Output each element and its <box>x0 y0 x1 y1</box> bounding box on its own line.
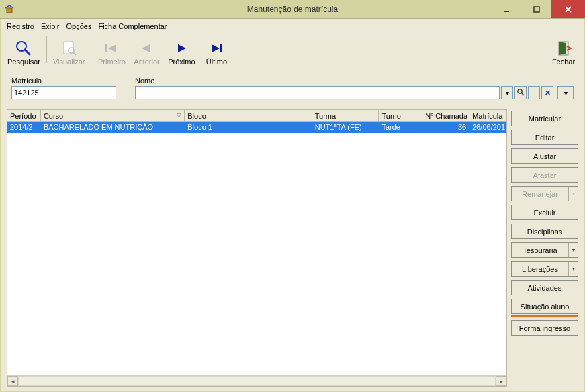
matricula-input[interactable] <box>11 86 116 99</box>
window-title: Manutenção de matrícula <box>247 5 338 14</box>
disciplinas-button[interactable]: Disciplinas <box>511 224 578 239</box>
nome-dropdown-arrow[interactable]: ▾ <box>501 86 513 99</box>
svg-marker-13 <box>212 44 220 52</box>
proximo-label: Próximo <box>168 58 195 66</box>
cell-curso: BACHARELADO EM NUTRIÇÃO <box>41 122 185 133</box>
svg-point-17 <box>518 89 522 93</box>
nome-field-group: Nome ▾ ⋯ ✕ ▾ <box>135 77 574 99</box>
toolbar-separator <box>91 36 91 63</box>
svg-rect-0 <box>7 8 12 13</box>
menu-exibir[interactable]: Exibir <box>41 22 60 30</box>
sort-indicator-icon: ▽ <box>177 112 181 119</box>
content-row: Período Curso▽ Bloco Turma Turno Nº Cham… <box>7 109 578 387</box>
menu-registro[interactable]: Registro <box>7 22 34 30</box>
horizontal-scrollbar[interactable]: ◂ ▸ <box>7 375 506 386</box>
table-row[interactable]: 2014/2 BACHARELADO EM NUTRIÇÃO Bloco 1 N… <box>7 122 506 133</box>
fechar-label: Fechar <box>552 58 575 66</box>
highlight-underline <box>511 315 578 317</box>
chevron-down-icon[interactable]: ▾ <box>568 243 578 257</box>
visualizar-label: Visualizar <box>53 58 85 66</box>
search-icon <box>15 39 32 58</box>
prev-icon <box>139 39 154 58</box>
visualizar-button: Visualizar <box>50 34 89 68</box>
scroll-left-arrow[interactable]: ◂ <box>7 376 18 386</box>
cell-periodo: 2014/2 <box>7 122 41 133</box>
anterior-button: Anterior <box>129 34 164 68</box>
clear-icon: ✕ <box>545 89 551 97</box>
pesquisar-button[interactable]: Pesquisar <box>4 34 44 68</box>
matricula-field-group: Matrícula <box>11 77 116 99</box>
ultimo-button[interactable]: Último <box>199 34 234 68</box>
menu-opcoes[interactable]: Opções <box>66 22 91 30</box>
first-icon <box>104 39 119 58</box>
nome-lookup-button[interactable] <box>514 86 527 99</box>
col-turno-header[interactable]: Turno <box>379 110 422 121</box>
nome-ellipsis-button[interactable]: ⋯ <box>528 86 540 99</box>
matricula-label: Matrícula <box>11 77 116 85</box>
svg-point-1 <box>6 5 7 7</box>
liberacoes-button[interactable]: Liberações▾ <box>511 261 578 277</box>
svg-rect-9 <box>105 44 107 52</box>
chevron-down-icon: ▾ <box>506 89 509 97</box>
primeiro-label: Primeiro <box>98 58 126 66</box>
nome-input[interactable] <box>135 86 500 99</box>
chevron-down-icon: ▾ <box>564 89 568 97</box>
close-button[interactable] <box>551 0 585 18</box>
minimize-button[interactable] <box>491 0 521 18</box>
grid-header: Período Curso▽ Bloco Turma Turno Nº Cham… <box>7 110 506 122</box>
svg-marker-11 <box>142 44 150 52</box>
tesouraria-button[interactable]: Tesouraria▾ <box>511 242 578 258</box>
next-icon <box>174 39 189 58</box>
svg-rect-3 <box>534 7 539 12</box>
scroll-track[interactable] <box>18 376 496 386</box>
menu-ficha-complementar[interactable]: Ficha Complementar <box>98 22 167 30</box>
grid-body[interactable]: 2014/2 BACHARELADO EM NUTRIÇÃO Bloco 1 N… <box>7 122 506 375</box>
situacao-aluno-button[interactable]: Situação aluno <box>511 299 578 314</box>
nome-clear-button[interactable]: ✕ <box>541 86 553 99</box>
window-controls <box>491 0 585 18</box>
toolbar-separator <box>46 36 47 63</box>
search-icon <box>516 88 525 97</box>
excluir-button[interactable]: Excluir <box>511 205 578 220</box>
editar-button[interactable]: Editar <box>511 130 578 145</box>
fechar-button[interactable]: Fechar <box>546 34 581 68</box>
svg-line-5 <box>25 50 30 54</box>
chevron-down-icon: ▾ <box>568 187 578 201</box>
col-matricula-header[interactable]: Matrícula <box>469 110 506 121</box>
proximo-button[interactable]: Próximo <box>164 34 199 68</box>
ajustar-button[interactable]: Ajustar <box>511 148 578 164</box>
nome-extra-dropdown[interactable]: ▾ <box>557 86 574 99</box>
svg-line-18 <box>522 93 525 96</box>
svg-marker-10 <box>108 44 116 52</box>
afastar-button: Afastar <box>511 167 578 183</box>
ellipsis-icon: ⋯ <box>531 89 537 97</box>
chevron-down-icon[interactable]: ▾ <box>568 262 578 276</box>
menubar: Registro Exibir Opções Ficha Complementa… <box>1 19 584 33</box>
remanejar-button: Remanejar▾ <box>511 186 578 201</box>
forma-ingresso-button[interactable]: Forma ingresso <box>511 320 578 336</box>
atividades-button[interactable]: Atividades <box>511 280 578 295</box>
col-chamada-header[interactable]: Nº Chamada <box>422 110 469 121</box>
svg-marker-16 <box>559 42 566 55</box>
side-button-panel: Matricular Editar Ajustar Afastar Remane… <box>511 109 578 387</box>
svg-rect-2 <box>504 11 509 12</box>
col-bloco-header[interactable]: Bloco <box>185 110 312 121</box>
cell-chamada: 36 <box>422 122 469 133</box>
cell-turma: NUT1ªTA (FE) <box>312 122 379 133</box>
nome-label: Nome <box>135 77 574 85</box>
svg-rect-14 <box>220 44 222 52</box>
last-icon <box>209 39 224 58</box>
search-panel: Matrícula Nome ▾ ⋯ ✕ <box>7 72 578 105</box>
cell-turno: Tarde <box>379 122 422 133</box>
primeiro-button: Primeiro <box>94 34 129 68</box>
svg-marker-12 <box>178 44 186 52</box>
col-turma-header[interactable]: Turma <box>312 110 379 121</box>
col-curso-header[interactable]: Curso▽ <box>41 110 185 121</box>
scroll-right-arrow[interactable]: ▸ <box>496 376 506 386</box>
toolbar: Pesquisar Visualizar Primeiro A <box>1 33 584 69</box>
col-periodo-header[interactable]: Período <box>7 110 41 121</box>
ultimo-label: Último <box>206 58 227 66</box>
matricular-button[interactable]: Matricular <box>511 111 578 126</box>
preview-icon <box>60 39 78 58</box>
maximize-button[interactable] <box>521 0 551 18</box>
